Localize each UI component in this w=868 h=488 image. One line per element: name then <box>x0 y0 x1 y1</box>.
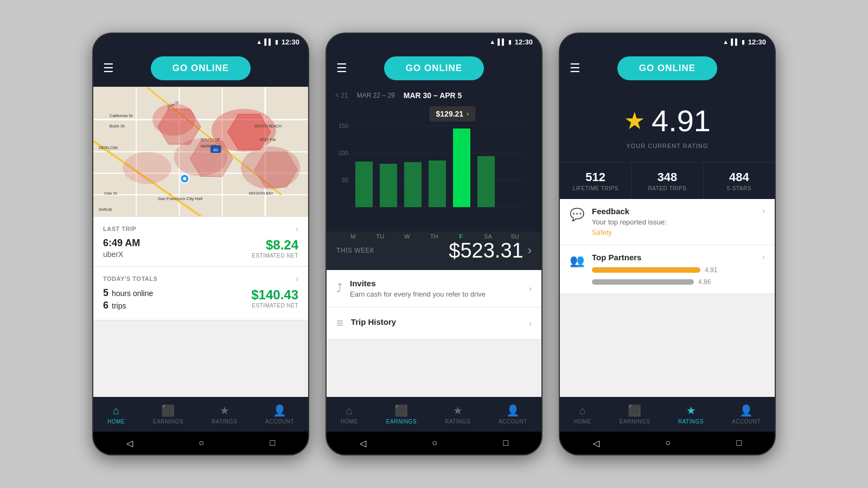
home-icon-1: ⌂ <box>113 404 119 417</box>
last-trip-amount-label: ESTIMATED NET <box>252 253 298 259</box>
battery-icon-3: ▮ <box>742 38 745 46</box>
top-bar-2: ☰ GO ONLINE <box>327 50 541 87</box>
svg-text:California St: California St <box>110 113 133 118</box>
bottom-nav-1: ⌂ HOME ⬛ EARNINGS ★ RATINGS 👤 ACCOUNT <box>93 397 308 432</box>
trips-num: 6 <box>103 300 108 311</box>
invites-description: Earn cash for every friend you refer to … <box>350 290 486 298</box>
top-bar-1: ☰ GO ONLINE <box>93 50 308 87</box>
battery-icon-2: ▮ <box>508 38 512 46</box>
svg-point-31 <box>183 177 186 181</box>
trip-history-title: Trip History <box>351 317 396 326</box>
svg-text:San Francisco City Hall: San Francisco City Hall <box>158 196 202 201</box>
home-label-3: HOME <box>574 419 591 425</box>
svg-rect-47 <box>453 129 470 207</box>
week-selector: < 21 MAR 22 – 29 MAR 30 – APR 5 <box>327 87 541 104</box>
earnings-label-2: EARNINGS <box>386 419 417 425</box>
account-label-1: ACCOUNT <box>265 419 294 425</box>
svg-text:100: 100 <box>339 150 348 156</box>
menu-icon-2[interactable]: ☰ <box>336 61 347 75</box>
home-label-2: HOME <box>341 419 358 425</box>
invites-card[interactable]: ⤴ Invites Earn cash for every friend you… <box>327 270 541 307</box>
wifi-icon-1: ▲ <box>256 38 262 45</box>
week-prev[interactable]: < 21 <box>335 92 348 99</box>
home-btn-1[interactable]: ○ <box>199 438 204 448</box>
top-partners-card[interactable]: 👥 Top Partners 4.91 4.86 › <box>560 245 775 294</box>
earnings-cards: ⤴ Invites Earn cash for every friend you… <box>327 270 541 397</box>
nav-account-2[interactable]: 👤 ACCOUNT <box>499 404 527 425</box>
status-icons-3: ▲ ▌▌ ▮ <box>723 38 744 46</box>
todays-totals-card: TODAY'S TOTALS › 5 hours online 6 trips <box>93 267 308 320</box>
phone-earnings: ▲ ▌▌ ▮ 12:30 ☰ GO ONLINE < 21 MAR 22 – 2… <box>326 33 542 455</box>
svg-text:Bush St: Bush St <box>110 124 125 129</box>
earnings-icon-1: ⬛ <box>161 404 175 417</box>
chart-day-th: TH <box>420 233 448 240</box>
rating-label: YOUR CURRENT RATING <box>626 143 708 149</box>
account-label-3: ACCOUNT <box>732 419 761 425</box>
nav-home-3[interactable]: ⌂ HOME <box>574 404 591 425</box>
nav-ratings-3[interactable]: ★ RATINGS <box>678 404 704 425</box>
menu-icon-3[interactable]: ☰ <box>570 61 580 75</box>
nav-earnings-1[interactable]: ⬛ EARNINGS <box>153 404 183 425</box>
rated-trips-stat: 348 RATED TRIPS <box>631 163 703 199</box>
top-bar-3: ☰ GO ONLINE <box>560 50 775 87</box>
week-mid[interactable]: MAR 22 – 29 <box>357 92 395 99</box>
nav-earnings-2[interactable]: ⬛ EARNINGS <box>386 404 417 425</box>
lifetime-trips-stat: 512 LIFETIME TRIPS <box>560 163 631 199</box>
last-trip-row: 6:49 AM uberX $8.24 ESTIMATED NET <box>103 237 298 259</box>
nav-earnings-3[interactable]: ⬛ EARNINGS <box>620 404 650 425</box>
home-icon-3: ⌂ <box>579 404 586 417</box>
feedback-card[interactable]: 💬 Feedback Your top reported issue: Safe… <box>560 199 775 245</box>
go-online-button-1[interactable]: GO ONLINE <box>151 56 251 80</box>
recent-btn-3[interactable]: □ <box>737 438 742 448</box>
totals-chevron[interactable]: › <box>296 274 298 283</box>
chart-day-su: SU <box>501 233 528 240</box>
time-2: 12:30 <box>515 38 533 46</box>
ratings-label-3: RATINGS <box>678 419 704 425</box>
earnings-icon-2: ⬛ <box>394 404 408 417</box>
feedback-title: Feedback <box>592 207 755 216</box>
nav-ratings-1[interactable]: ★ RATINGS <box>212 404 237 425</box>
battery-icon-1: ▮ <box>275 38 278 46</box>
partner-bar-2 <box>592 279 694 285</box>
status-icons-2: ▲ ▌▌ ▮ <box>489 38 511 46</box>
recent-btn-2[interactable]: □ <box>503 438 509 448</box>
nav-home-1[interactable]: ⌂ HOME <box>107 404 125 425</box>
go-online-button-2[interactable]: GO ONLINE <box>384 56 484 80</box>
back-btn-3[interactable]: ◁ <box>593 438 599 448</box>
home-btn-3[interactable]: ○ <box>665 438 671 448</box>
rating-hero: ★ 4.91 YOUR CURRENT RATING <box>560 87 775 162</box>
totals-left: 5 hours online 6 trips <box>103 287 153 312</box>
lifetime-trips-label: LIFETIME TRIPS <box>564 185 627 191</box>
svg-text:MISSION BAY: MISSION BAY <box>249 191 273 195</box>
star-icon: ★ <box>624 107 645 134</box>
last-trip-header: LAST TRIP › <box>103 224 298 233</box>
recent-btn-1[interactable]: □ <box>270 438 276 448</box>
last-trip-time: 6:49 AM <box>103 237 140 249</box>
nav-account-1[interactable]: 👤 ACCOUNT <box>265 404 294 425</box>
home-btn-2[interactable]: ○ <box>432 438 437 448</box>
svg-text:AT&T Par: AT&T Par <box>260 138 276 142</box>
week-current[interactable]: MAR 30 – APR 5 <box>404 91 462 100</box>
go-online-button-3[interactable]: GO ONLINE <box>617 56 717 80</box>
back-btn-2[interactable]: ◁ <box>360 438 366 448</box>
nav-account-3[interactable]: 👤 ACCOUNT <box>732 404 761 425</box>
back-btn-1[interactable]: ◁ <box>126 438 133 448</box>
chart-tooltip: $129.21 › <box>430 106 476 121</box>
nav-home-2[interactable]: ⌂ HOME <box>341 404 358 425</box>
trips-line: 6 trips <box>103 300 153 311</box>
nav-ratings-2[interactable]: ★ RATINGS <box>445 404 470 425</box>
chart-tooltip-chevron: › <box>467 110 469 118</box>
android-nav-2: ◁ ○ □ <box>327 432 541 454</box>
totals-amount: $140.43 <box>251 287 298 303</box>
chart-day-m: M <box>340 233 367 240</box>
totals-row: 5 hours online 6 trips $140.43 ESTIMATED… <box>103 287 298 312</box>
this-week-chevron[interactable]: › <box>528 243 532 258</box>
svg-text:SOUTH BEACH: SOUTH BEACH <box>254 124 282 128</box>
account-icon-2: 👤 <box>506 404 520 417</box>
partner-bar-1 <box>592 267 700 273</box>
chart-svg: 150 100 50 <box>335 120 533 229</box>
status-bar-3: ▲ ▌▌ ▮ 12:30 <box>560 34 775 50</box>
menu-icon-1[interactable]: ☰ <box>103 61 114 75</box>
trip-history-card[interactable]: ≡ Trip History › <box>327 307 541 339</box>
last-trip-chevron[interactable]: › <box>296 224 298 233</box>
